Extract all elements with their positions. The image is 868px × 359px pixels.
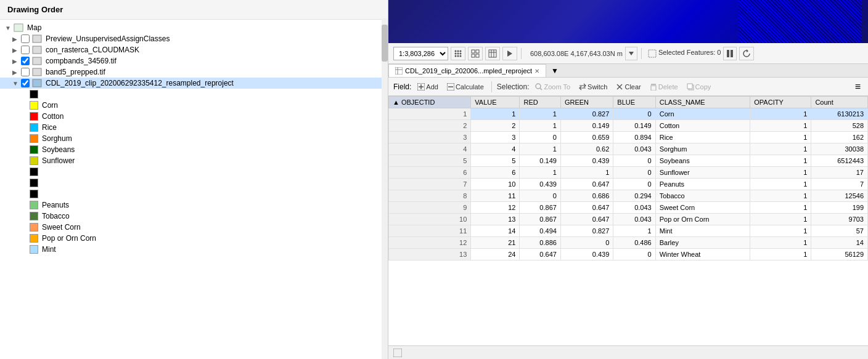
copy-button[interactable]: Copy [684, 82, 714, 92]
compbands-label: compbands_34569.tif [46, 57, 117, 65]
calculate-icon [447, 83, 454, 91]
col-classname[interactable]: CLASS_NAME [655, 97, 750, 108]
table-cell: 0 [613, 179, 655, 190]
grid-table-button[interactable] [468, 47, 483, 60]
table-cell: 1 [750, 190, 811, 202]
add-field-button[interactable]: Add [415, 82, 441, 92]
table-row[interactable]: 81100.6860.294Tobacco112546 [389, 190, 868, 202]
col-count[interactable]: Count [811, 97, 868, 108]
table-cell: 6130213 [811, 108, 868, 120]
table-cell: 1 [750, 249, 811, 260]
table-cell: 4 [389, 143, 471, 155]
col-objectid[interactable]: ▲ OBJECTID [389, 97, 471, 108]
table-cell: 11 [389, 225, 471, 237]
swatch-sweet-corn [30, 223, 38, 232]
table-cell: 17 [811, 167, 868, 179]
attr-table-tab[interactable]: CDL_2019_clip_202006...mpled_reproject ✕ [388, 64, 546, 77]
col-value[interactable]: VALUE [471, 97, 520, 108]
left-scrollbar-thumb[interactable] [382, 25, 388, 62]
table-cell: Sweet Corn [655, 202, 750, 214]
calculate-button[interactable]: Calculate [444, 82, 486, 92]
delete-button[interactable]: Delete [647, 82, 681, 92]
table-cell: 0 [613, 167, 655, 179]
svg-point-14 [457, 55, 459, 57]
legend-sorghum: Sorghum [0, 133, 388, 144]
con-rasterca-checkbox[interactable] [21, 46, 30, 54]
cdl-label: CDL_2019_clip_202006292335412_resampled_… [46, 79, 234, 87]
table-row[interactable]: 1110.8270Corn16130213 [389, 108, 868, 120]
refresh-icon [742, 49, 751, 58]
table-row[interactable]: 550.1490.4390Soybeans16512443 [389, 155, 868, 167]
col-blue[interactable]: BLUE [613, 97, 655, 108]
table-cell: 1 [750, 225, 811, 237]
table-row[interactable]: 9120.8670.6470.043Sweet Corn1199 [389, 202, 868, 214]
zoom-to-button[interactable]: Zoom To [533, 82, 573, 92]
switch-icon [579, 83, 586, 91]
grid-table-icon [471, 49, 480, 58]
pause-button[interactable] [723, 47, 737, 60]
layer-cdl[interactable]: ▼ CDL_2019_clip_202006292335412_resample… [0, 78, 388, 89]
table-cell: 0.867 [520, 214, 560, 225]
table-row[interactable]: 2210.1490.149Cotton1528 [389, 120, 868, 132]
status-bar [388, 345, 868, 359]
table-cell: 0.827 [560, 108, 613, 120]
refresh-button[interactable] [739, 47, 754, 60]
svg-rect-20 [489, 50, 496, 57]
map-view[interactable] [388, 0, 868, 43]
table-row[interactable]: 10130.8670.6470.043Pop or Orn Corn19703 [389, 214, 868, 225]
coord-dropdown-button[interactable] [625, 47, 637, 60]
swatch-empty1 [30, 90, 38, 99]
arrow-right-button[interactable] [502, 47, 517, 60]
table-row[interactable]: 11140.4940.8271Mint157 [389, 225, 868, 237]
band5-checkbox[interactable] [21, 68, 30, 76]
table-cell: 0.149 [560, 120, 613, 132]
table-menu-button[interactable]: ≡ [853, 80, 863, 94]
swatch-sorghum [30, 134, 38, 143]
table-cell: 1 [471, 108, 520, 120]
expand-con-icon: ▶ [12, 47, 21, 54]
table-cell: 56129 [811, 249, 868, 260]
table-cell: 14 [471, 225, 520, 237]
table-row[interactable]: 7100.4390.6470Peanuts17 [389, 179, 868, 190]
legend-peanuts: Peanuts [0, 200, 388, 211]
table-row[interactable]: 3300.6590.894Rice1162 [389, 132, 868, 143]
svg-rect-4 [33, 57, 41, 65]
svg-rect-46 [393, 349, 402, 357]
table-cell: 0.294 [613, 190, 655, 202]
switch-button[interactable]: Switch [576, 82, 610, 92]
layer-compbands[interactable]: ▶ compbands_34569.tif [0, 55, 388, 67]
svg-rect-30 [395, 67, 403, 75]
svg-point-10 [455, 52, 457, 54]
layer-preview[interactable]: ▶ Preview_UnsupervisedAssignClasses [0, 33, 388, 44]
col-opacity[interactable]: OPACITY [750, 97, 811, 108]
raster-con-icon [32, 46, 43, 54]
svg-marker-24 [507, 50, 512, 57]
preview-checkbox[interactable] [21, 34, 30, 43]
layer-map[interactable]: ▼ Map [0, 22, 388, 33]
table-grid-button[interactable] [485, 47, 500, 60]
attr-tab-close-button[interactable]: ✕ [534, 68, 539, 75]
grid-dots-button[interactable] [451, 47, 465, 60]
grid-dots-icon [454, 49, 462, 58]
table-cell: 5 [471, 155, 520, 167]
col-green[interactable]: GREEN [560, 97, 613, 108]
arrow-right-icon [506, 49, 514, 58]
left-scrollbar[interactable] [382, 18, 388, 359]
compbands-checkbox[interactable] [21, 57, 30, 65]
table-cell: 0.043 [613, 202, 655, 214]
cdl-checkbox[interactable] [21, 79, 30, 87]
clear-button[interactable]: Clear [613, 82, 643, 92]
table-dropdown-button[interactable]: ▼ [549, 65, 561, 76]
table-row[interactable]: 4410.620.043Sorghum130038 [389, 143, 868, 155]
swatch-soybeans [30, 145, 38, 154]
table-cell: 0 [560, 237, 613, 249]
scale-select[interactable]: 1:3,803,286 [393, 47, 448, 60]
table-row[interactable]: 12210.88600.486Barley114 [389, 237, 868, 249]
layer-band5[interactable]: ▶ band5_prepped.tif [0, 67, 388, 78]
table-row[interactable]: 66110Sunflower117 [389, 167, 868, 179]
table-row[interactable]: 13240.6470.4390Winter Wheat156129 [389, 249, 868, 260]
table-wrapper[interactable]: ▲ OBJECTID VALUE RED GREEN BLUE CLASS_NA… [388, 96, 868, 345]
table-cell: 0.043 [613, 143, 655, 155]
layer-con-rasterca[interactable]: ▶ con_rasterca_CLOUDMASK [0, 44, 388, 55]
col-red[interactable]: RED [520, 97, 560, 108]
